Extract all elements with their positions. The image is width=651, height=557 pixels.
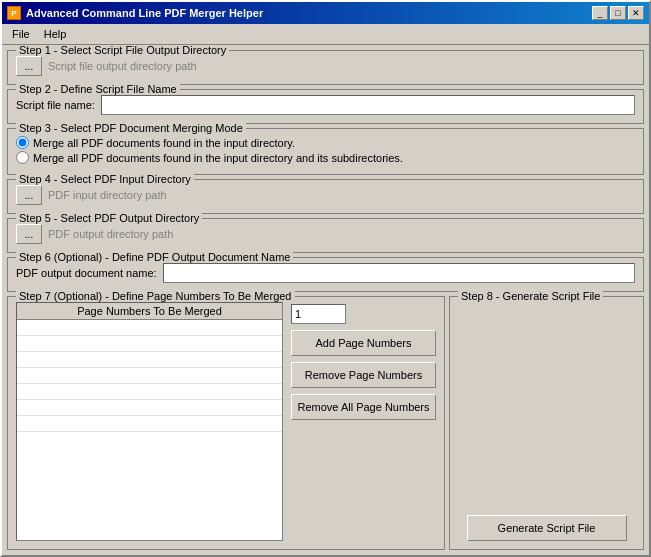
window-title: Advanced Command Line PDF Merger Helper bbox=[26, 7, 263, 19]
table-row bbox=[17, 320, 282, 336]
step6-section: Step 6 (Optional) - Define PDF Output Do… bbox=[7, 257, 644, 292]
merge-mode-radio1[interactable] bbox=[16, 136, 29, 149]
script-name-input[interactable] bbox=[101, 95, 635, 115]
step2-label: Step 2 - Define Script File Name bbox=[16, 83, 180, 95]
table-body bbox=[17, 320, 282, 535]
table-row bbox=[17, 368, 282, 384]
step8-section: Step 8 - Generate Script File Generate S… bbox=[449, 296, 644, 550]
table-row bbox=[17, 336, 282, 352]
step3-section: Step 3 - Select PDF Document Merging Mod… bbox=[7, 128, 644, 175]
output-name-input[interactable] bbox=[163, 263, 635, 283]
table-row bbox=[17, 352, 282, 368]
bottom-section: Step 7 (Optional) - Define Page Numbers … bbox=[7, 296, 644, 550]
menu-file[interactable]: File bbox=[6, 26, 36, 42]
step4-row: ... PDF input directory path bbox=[16, 185, 635, 205]
table-row bbox=[17, 384, 282, 400]
merge-mode-radio2[interactable] bbox=[16, 151, 29, 164]
step7-section: Step 7 (Optional) - Define Page Numbers … bbox=[7, 296, 445, 550]
step6-row: PDF output document name: bbox=[16, 263, 635, 283]
step3-option1-row: Merge all PDF documents found in the inp… bbox=[16, 136, 635, 149]
step6-label: Step 6 (Optional) - Define PDF Output Do… bbox=[16, 251, 293, 263]
step1-section: Step 1 - Select Script File Output Direc… bbox=[7, 50, 644, 85]
table-header: Page Numbers To Be Merged bbox=[17, 303, 282, 320]
step5-label: Step 5 - Select PDF Output Directory bbox=[16, 212, 202, 224]
step4-browse-button[interactable]: ... bbox=[16, 185, 42, 205]
step4-label: Step 4 - Select PDF Input Directory bbox=[16, 173, 194, 185]
title-bar-buttons: _ □ ✕ bbox=[592, 6, 644, 20]
remove-page-numbers-button[interactable]: Remove Page Numbers bbox=[291, 362, 436, 388]
step1-path-label: Script file output directory path bbox=[48, 60, 197, 72]
step1-label: Step 1 - Select Script File Output Direc… bbox=[16, 45, 229, 56]
step5-path-label: PDF output directory path bbox=[48, 228, 173, 240]
step6-field-label: PDF output document name: bbox=[16, 267, 157, 279]
title-bar: P Advanced Command Line PDF Merger Helpe… bbox=[2, 2, 649, 24]
step5-section: Step 5 - Select PDF Output Directory ...… bbox=[7, 218, 644, 253]
step4-section: Step 4 - Select PDF Input Directory ... … bbox=[7, 179, 644, 214]
table-row bbox=[17, 416, 282, 432]
step1-browse-button[interactable]: ... bbox=[16, 56, 42, 76]
table-row bbox=[17, 400, 282, 416]
step8-label: Step 8 - Generate Script File bbox=[458, 290, 603, 302]
menu-help[interactable]: Help bbox=[38, 26, 73, 42]
add-page-numbers-button[interactable]: Add Page Numbers bbox=[291, 330, 436, 356]
main-window: P Advanced Command Line PDF Merger Helpe… bbox=[0, 0, 651, 557]
step4-path-label: PDF input directory path bbox=[48, 189, 167, 201]
remove-all-page-numbers-button[interactable]: Remove All Page Numbers bbox=[291, 394, 436, 420]
app-icon: P bbox=[7, 6, 21, 20]
step7-label: Step 7 (Optional) - Define Page Numbers … bbox=[16, 290, 295, 302]
page-numbers-table[interactable]: Page Numbers To Be Merged bbox=[16, 302, 283, 541]
title-bar-text: P Advanced Command Line PDF Merger Helpe… bbox=[7, 6, 263, 20]
step2-field-label: Script file name: bbox=[16, 99, 95, 111]
step2-section: Step 2 - Define Script File Name Script … bbox=[7, 89, 644, 124]
page-number-input[interactable] bbox=[291, 304, 346, 324]
step7-controls: Add Page Numbers Remove Page Numbers Rem… bbox=[291, 302, 436, 541]
step3-label: Step 3 - Select PDF Document Merging Mod… bbox=[16, 122, 246, 134]
content-area: Step 1 - Select Script File Output Direc… bbox=[2, 45, 649, 555]
minimize-button[interactable]: _ bbox=[592, 6, 608, 20]
step3-option2-row: Merge all PDF documents found in the inp… bbox=[16, 151, 635, 164]
step5-row: ... PDF output directory path bbox=[16, 224, 635, 244]
close-button[interactable]: ✕ bbox=[628, 6, 644, 20]
merge-mode-label1: Merge all PDF documents found in the inp… bbox=[33, 137, 295, 149]
generate-script-button[interactable]: Generate Script File bbox=[467, 515, 627, 541]
step2-row: Script file name: bbox=[16, 95, 635, 115]
step1-row: ... Script file output directory path bbox=[16, 56, 635, 76]
step5-browse-button[interactable]: ... bbox=[16, 224, 42, 244]
merge-mode-label2: Merge all PDF documents found in the inp… bbox=[33, 152, 403, 164]
menu-bar: File Help bbox=[2, 24, 649, 45]
maximize-button[interactable]: □ bbox=[610, 6, 626, 20]
